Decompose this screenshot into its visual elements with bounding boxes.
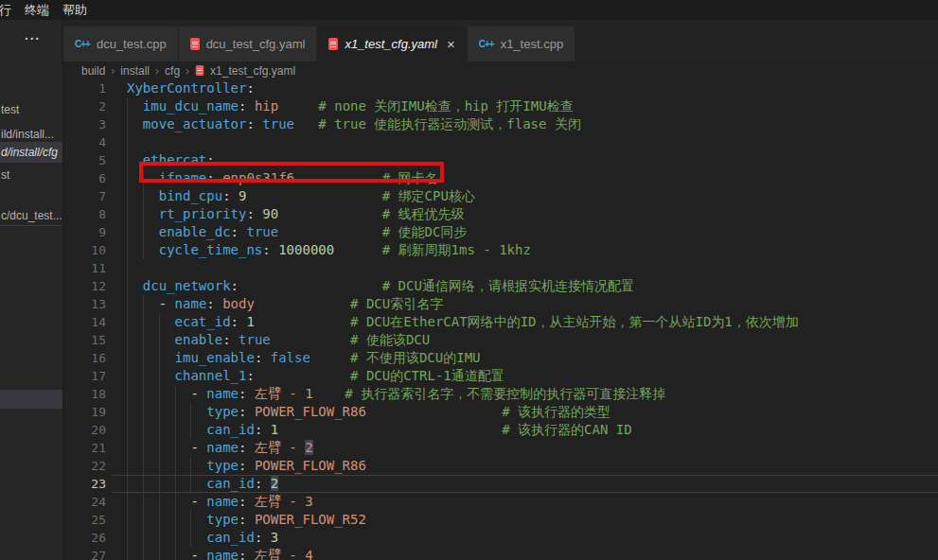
annotation-red-box — [139, 162, 444, 183]
code-line-13[interactable]: 13 - name: body # DCU索引名字 — [63, 295, 938, 313]
line-number: 1 — [63, 79, 106, 97]
code-text: cycle_time_ns: 1000000 # 刷新周期1ms - 1khz — [127, 241, 531, 259]
breadcrumb: build›install›cfg›x1_test_cfg.yaml — [63, 61, 938, 79]
menu-item-0[interactable]: 行 — [0, 2, 18, 19]
menu-item-1[interactable]: 终端 — [18, 2, 56, 19]
code-line-20[interactable]: 20 can_id: 1 # 该执行器的CAN ID — [63, 421, 938, 439]
code-line-4[interactable]: 4 — [63, 133, 938, 151]
code-text: XyberController: — [127, 79, 255, 97]
code-text: imu_enable: false # 不使用该DCU的IMU — [127, 349, 481, 367]
code-line-7[interactable]: 7 bind_cpu: 9 # 绑定CPU核心 — [63, 187, 938, 205]
line-number: 11 — [63, 259, 106, 277]
tab-label: dcu_test_cfg.yaml — [206, 37, 306, 51]
code-line-14[interactable]: 14 ecat_id: 1 # DCU在EtherCAT网络中的ID，从主站开始… — [63, 313, 938, 331]
line-number: 19 — [63, 403, 106, 421]
cpp-file-icon: C++ — [75, 39, 90, 49]
line-number: 18 — [63, 385, 106, 403]
line-number: 5 — [63, 151, 106, 169]
left-panel-item-2[interactable]: d/install/cfg — [0, 142, 63, 163]
line-number: 14 — [63, 313, 106, 331]
tab-dcu_test_cfg-yaml[interactable]: dcu_test_cfg.yaml — [179, 26, 317, 61]
code-line-9[interactable]: 9 enable_dc: true # 使能DC同步 — [63, 223, 938, 241]
indent-guide — [127, 259, 128, 277]
line-number: 26 — [63, 529, 106, 547]
code-text: dcu_network: # DCU通信网络，请根据实机连接情况配置 — [127, 277, 634, 295]
code-line-11[interactable]: 11 — [63, 259, 938, 277]
yaml-file-icon — [190, 38, 200, 50]
code-line-19[interactable]: 19 type: POWER_FLOW_R86 # 该执行器的类型 — [63, 403, 938, 421]
chevron-right-icon: › — [151, 64, 163, 78]
code-line-10[interactable]: 10 cycle_time_ns: 1000000 # 刷新周期1ms - 1k… — [63, 241, 938, 259]
code-line-23[interactable]: 23 can_id: 2 — [63, 475, 938, 493]
breadcrumb-segment-cfg[interactable]: cfg — [163, 64, 182, 78]
code-text: channel_1: # DCU的CTRL-1通道配置 — [127, 367, 504, 385]
breadcrumb-file[interactable]: x1_test_cfg.yaml — [208, 64, 297, 78]
line-number: 16 — [63, 349, 106, 367]
code-text: imu_dcu_name: hip # none 关闭IMU检查，hip 打开I… — [127, 97, 574, 115]
left-panel-item-3[interactable]: st — [0, 165, 63, 185]
code-text: - name: 左臂 - 2 — [127, 439, 313, 457]
code-line-1[interactable]: 1XyberController: — [63, 79, 938, 97]
code-text: can_id: 2 — [127, 475, 278, 493]
code-line-2[interactable]: 2 imu_dcu_name: hip # none 关闭IMU检查，hip 打… — [63, 97, 938, 115]
more-actions-ellipsis[interactable]: ··· — [25, 31, 41, 46]
left-panel-item-0[interactable]: test — [0, 99, 63, 120]
code-line-26[interactable]: 26 can_id: 3 — [63, 529, 938, 547]
cpp-file-icon: C++ — [479, 39, 494, 49]
line-number: 21 — [63, 439, 106, 457]
code-line-8[interactable]: 8 rt_priority: 90 # 线程优先级 — [63, 205, 938, 223]
code-line-15[interactable]: 15 enable: true # 使能该DCU — [63, 331, 938, 349]
code-text: type: POWER_FLOW_R52 — [127, 511, 366, 529]
code-text: enable: true # 使能该DCU — [127, 331, 430, 349]
line-number: 22 — [63, 457, 106, 475]
code-line-17[interactable]: 17 channel_1: # DCU的CTRL-1通道配置 — [63, 367, 938, 385]
tab-label: x1_test.cpp — [501, 37, 564, 51]
tab-x1_test_cfg-yaml[interactable]: x1_test_cfg.yaml× — [317, 26, 466, 61]
code-text: bind_cpu: 9 # 绑定CPU核心 — [127, 187, 475, 205]
editor-tab-bar: C++dcu_test.cppdcu_test_cfg.yamlx1_test_… — [63, 20, 938, 61]
vscode-window: 行终端帮助 ···testild/install...d/install/cfg… — [0, 0, 938, 560]
code-line-16[interactable]: 16 imu_enable: false # 不使用该DCU的IMU — [63, 349, 938, 367]
line-number: 12 — [63, 277, 106, 295]
code-editor[interactable]: 1XyberController:2 imu_dcu_name: hip # n… — [63, 79, 938, 560]
left-truncated-panel: ···testild/install...d/install/cfgstc/dc… — [0, 20, 63, 560]
line-number: 2 — [63, 97, 106, 115]
yaml-file-icon — [328, 38, 338, 50]
code-line-25[interactable]: 25 type: POWER_FLOW_R52 — [63, 511, 938, 529]
code-text: move_actuator: true # true 使能执行器运动测试，fla… — [127, 115, 581, 133]
line-number: 10 — [63, 241, 106, 259]
code-line-3[interactable]: 3 move_actuator: true # true 使能执行器运动测试，f… — [63, 115, 938, 133]
code-text: - name: body # DCU索引名字 — [127, 295, 443, 313]
line-number: 23 — [63, 475, 106, 493]
line-number: 3 — [63, 115, 106, 133]
code-text: - name: 左臂 - 1 # 执行器索引名字，不需要控制的执行器可直接注释掉 — [127, 385, 665, 403]
close-icon[interactable]: × — [447, 37, 455, 51]
left-panel-item-4[interactable]: c/dcu_test... — [0, 205, 63, 226]
code-text: can_id: 3 — [127, 529, 278, 547]
line-number: 24 — [63, 493, 106, 511]
chevron-right-icon: › — [182, 64, 193, 78]
code-text: type: POWER_FLOW_R86 — [127, 457, 366, 475]
code-line-27[interactable]: 27 - name: 左臂 - 4 — [63, 547, 938, 560]
indent-guide — [127, 133, 128, 151]
chevron-right-icon: › — [107, 64, 118, 78]
tab-label: dcu_test.cpp — [97, 37, 167, 51]
code-text: - name: 左臂 - 3 — [127, 493, 313, 511]
breadcrumb-segment-install[interactable]: install — [118, 64, 151, 78]
line-number: 9 — [63, 223, 106, 241]
code-line-12[interactable]: 12 dcu_network: # DCU通信网络，请根据实机连接情况配置 — [63, 277, 938, 295]
menu-item-2[interactable]: 帮助 — [56, 2, 94, 19]
line-number: 27 — [63, 547, 106, 560]
tab-x1_test-cpp[interactable]: C++x1_test.cpp — [468, 26, 575, 61]
yaml-file-icon — [196, 65, 204, 76]
code-text: - name: 左臂 - 4 — [127, 547, 313, 560]
breadcrumb-segment-build[interactable]: build — [80, 64, 107, 78]
tab-dcu_test-cpp[interactable]: C++dcu_test.cpp — [63, 26, 178, 61]
code-line-24[interactable]: 24 - name: 左臂 - 3 — [63, 493, 938, 511]
code-line-18[interactable]: 18 - name: 左臂 - 1 # 执行器索引名字，不需要控制的执行器可直接… — [63, 385, 938, 403]
line-number: 7 — [63, 187, 106, 205]
code-line-21[interactable]: 21 - name: 左臂 - 2 — [63, 439, 938, 457]
code-line-22[interactable]: 22 type: POWER_FLOW_R86 — [63, 457, 938, 475]
tab-label: x1_test_cfg.yaml — [345, 37, 437, 51]
menu-bar: 行终端帮助 — [0, 0, 938, 20]
